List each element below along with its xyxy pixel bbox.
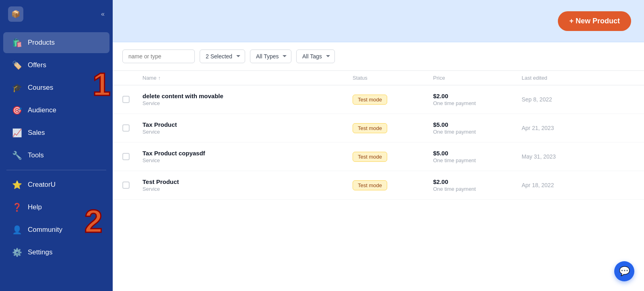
community-icon: 👤 bbox=[12, 225, 22, 235]
table-row[interactable]: delete content with movable Service Test… bbox=[113, 85, 644, 114]
product-status-2: Test mode bbox=[353, 123, 433, 133]
types-filter[interactable]: All Types bbox=[250, 50, 291, 63]
price-amount-3: $5.00 bbox=[433, 150, 522, 157]
last-edited-4: Apr 18, 2022 bbox=[522, 182, 602, 188]
last-edited-1: Sep 8, 2022 bbox=[522, 96, 602, 103]
col-price: Price bbox=[433, 75, 522, 81]
last-edited-3: May 31, 2023 bbox=[522, 153, 602, 160]
product-status-3: Test mode bbox=[353, 152, 433, 162]
sidebar-item-label-offers: Offers bbox=[28, 61, 46, 69]
price-type-2: One time payment bbox=[433, 129, 522, 135]
product-info-1: delete content with movable Service bbox=[142, 93, 353, 106]
product-name-1: delete content with movable bbox=[142, 93, 353, 99]
table-row[interactable]: Tax Product Service Test mode $5.00 One … bbox=[113, 114, 644, 142]
price-amount-1: $2.00 bbox=[433, 93, 522, 99]
sidebar-logo[interactable]: 📦 bbox=[8, 6, 23, 22]
name-col-label: Name bbox=[142, 75, 157, 81]
product-type-3: Service bbox=[142, 157, 353, 163]
help-icon: ❓ bbox=[12, 202, 22, 212]
new-product-button[interactable]: + New Product bbox=[558, 11, 631, 31]
sidebar-item-label-community: Community bbox=[28, 226, 62, 234]
courses-icon: 🎓 bbox=[12, 83, 22, 93]
col-last-edited: Last edited bbox=[522, 75, 602, 81]
sidebar-divider bbox=[6, 170, 106, 170]
sidebar-header: 📦 « bbox=[0, 0, 113, 28]
product-name-4: Test Product bbox=[142, 178, 353, 185]
sidebar-item-offers[interactable]: 🏷️ Offers bbox=[3, 55, 109, 76]
tools-icon: 🔧 bbox=[12, 151, 22, 160]
main-content: + New Product 2 Selected All Types All T… bbox=[113, 0, 644, 291]
sidebar-item-label-sales: Sales bbox=[28, 129, 45, 137]
row-checkbox-1[interactable] bbox=[122, 96, 130, 103]
table-row[interactable]: Tax Product copyasdf Service Test mode $… bbox=[113, 142, 644, 171]
chat-icon: 💬 bbox=[619, 266, 630, 277]
last-edited-2: Apr 21, 2023 bbox=[522, 125, 602, 131]
product-type-2: Service bbox=[142, 129, 353, 135]
search-input[interactable] bbox=[122, 50, 195, 63]
sidebar-item-label-help: Help bbox=[28, 203, 42, 211]
audience-icon: 🎯 bbox=[12, 105, 22, 115]
selected-filter[interactable]: 2 Selected bbox=[200, 50, 245, 63]
sidebar-item-community[interactable]: 👤 Community ▾ bbox=[3, 219, 109, 240]
col-status: Status bbox=[353, 75, 433, 81]
sidebar-nav: 🛍️ Products 🏷️ Offers 🎓 Courses 🎯 Audien… bbox=[0, 28, 113, 291]
product-name-2: Tax Product bbox=[142, 121, 353, 128]
product-price-4: $2.00 One time payment bbox=[433, 178, 522, 192]
sidebar: 📦 « 🛍️ Products 🏷️ Offers 🎓 Courses 🎯 Au… bbox=[0, 0, 113, 291]
sidebar-item-courses[interactable]: 🎓 Courses bbox=[3, 77, 109, 98]
product-name-3: Tax Product copyasdf bbox=[142, 150, 353, 157]
table-row[interactable]: Test Product Service Test mode $2.00 One… bbox=[113, 171, 644, 200]
sidebar-item-audience[interactable]: 🎯 Audience bbox=[3, 100, 109, 121]
community-chevron-icon: ▾ bbox=[98, 227, 101, 233]
row-checkbox-4[interactable] bbox=[122, 182, 130, 189]
col-checkbox bbox=[122, 75, 142, 81]
sidebar-item-sales[interactable]: 📈 Sales bbox=[3, 122, 109, 143]
price-amount-4: $2.00 bbox=[433, 178, 522, 185]
filters-bar: 2 Selected All Types All Tags bbox=[113, 42, 644, 71]
sidebar-item-products[interactable]: 🛍️ Products bbox=[3, 32, 109, 53]
price-type-1: One time payment bbox=[433, 100, 522, 106]
main-header: + New Product bbox=[113, 0, 644, 42]
product-info-4: Test Product Service bbox=[142, 178, 353, 192]
row-checkbox-2[interactable] bbox=[122, 124, 130, 132]
sidebar-item-label-settings: Settings bbox=[28, 248, 52, 256]
product-info-2: Tax Product Service bbox=[142, 121, 353, 135]
sort-icon: ↑ bbox=[158, 75, 161, 81]
table-header: Name ↑ Status Price Last edited bbox=[113, 71, 644, 85]
products-table: Name ↑ Status Price Last edited delete c… bbox=[113, 71, 644, 291]
settings-icon: ⚙️ bbox=[12, 248, 22, 257]
sidebar-item-creatoru[interactable]: ⭐ CreatorU bbox=[3, 174, 109, 195]
chat-button[interactable]: 💬 bbox=[614, 261, 634, 281]
creatoru-icon: ⭐ bbox=[12, 180, 22, 190]
sidebar-item-tools[interactable]: 🔧 Tools bbox=[3, 145, 109, 166]
tags-filter[interactable]: All Tags bbox=[296, 50, 335, 63]
product-price-1: $2.00 One time payment bbox=[433, 93, 522, 106]
col-name[interactable]: Name ↑ bbox=[142, 75, 353, 81]
price-type-3: One time payment bbox=[433, 157, 522, 163]
product-type-4: Service bbox=[142, 186, 353, 192]
status-badge-4: Test mode bbox=[353, 180, 387, 190]
product-price-3: $5.00 One time payment bbox=[433, 150, 522, 163]
status-badge-2: Test mode bbox=[353, 123, 387, 133]
sidebar-collapse-button[interactable]: « bbox=[101, 10, 105, 18]
sidebar-item-label-tools: Tools bbox=[28, 151, 44, 159]
sidebar-item-label-courses: Courses bbox=[28, 84, 53, 92]
product-price-2: $5.00 One time payment bbox=[433, 121, 522, 135]
product-info-3: Tax Product copyasdf Service bbox=[142, 150, 353, 163]
price-amount-2: $5.00 bbox=[433, 121, 522, 128]
row-checkbox-3[interactable] bbox=[122, 153, 130, 160]
offers-icon: 🏷️ bbox=[12, 60, 22, 70]
product-status-1: Test mode bbox=[353, 95, 433, 105]
logo-icon: 📦 bbox=[11, 10, 20, 19]
sidebar-item-label-products: Products bbox=[28, 39, 55, 47]
status-badge-1: Test mode bbox=[353, 95, 387, 105]
col-actions bbox=[602, 75, 634, 81]
status-badge-3: Test mode bbox=[353, 152, 387, 162]
sidebar-item-label-creatoru: CreatorU bbox=[28, 181, 56, 189]
sidebar-item-settings[interactable]: ⚙️ Settings bbox=[3, 242, 109, 263]
sidebar-item-help[interactable]: ❓ Help bbox=[3, 197, 109, 218]
products-icon: 🛍️ bbox=[12, 38, 22, 47]
price-type-4: One time payment bbox=[433, 186, 522, 192]
sales-icon: 📈 bbox=[12, 128, 22, 138]
product-status-4: Test mode bbox=[353, 180, 433, 190]
